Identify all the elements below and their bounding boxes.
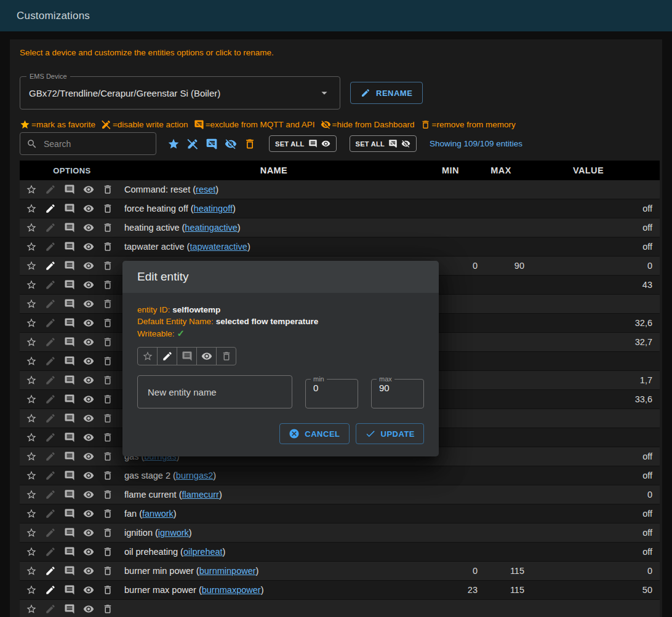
entity-id-link[interactable]: ignwork <box>158 528 189 538</box>
entity-id-link[interactable]: heatingoff <box>194 204 233 213</box>
trash-icon[interactable] <box>102 546 113 557</box>
edit-icon[interactable] <box>45 241 56 252</box>
trash-icon[interactable] <box>102 222 113 233</box>
star-icon[interactable] <box>26 470 37 481</box>
eye-icon[interactable] <box>83 222 94 233</box>
table-row[interactable]: burner max power (burnmaxpower)2311550 <box>20 581 660 600</box>
max-field[interactable]: max <box>371 375 424 408</box>
entity-id-link[interactable]: reset <box>196 185 215 194</box>
eye-icon[interactable] <box>83 184 94 195</box>
comment-icon[interactable] <box>64 451 75 462</box>
table-row[interactable]: ignition (ignwork)off <box>20 523 660 543</box>
comment-icon[interactable] <box>64 394 75 405</box>
eye-icon[interactable] <box>83 584 94 595</box>
edit-icon[interactable] <box>45 279 56 290</box>
edit-icon[interactable] <box>45 260 56 271</box>
device-select[interactable]: EMS Device GBx72/Trendline/Cerapur/Green… <box>20 76 340 109</box>
edit-icon[interactable] <box>45 336 56 348</box>
star-icon[interactable] <box>26 527 37 538</box>
eye-icon[interactable] <box>83 432 94 443</box>
comment-icon[interactable] <box>64 584 75 595</box>
comment-icon[interactable] <box>64 203 75 214</box>
edit-icon[interactable] <box>45 546 56 557</box>
star-icon[interactable] <box>26 546 37 557</box>
entity-id-link[interactable]: tapwateractive <box>190 242 247 252</box>
comment-icon[interactable] <box>64 489 75 500</box>
comment-icon[interactable] <box>64 317 75 328</box>
star-icon[interactable] <box>26 432 37 443</box>
comment-icon[interactable] <box>64 413 75 424</box>
min-field[interactable]: min <box>305 375 358 408</box>
trash-icon[interactable] <box>102 375 113 386</box>
comment-icon[interactable] <box>64 546 75 557</box>
trash-icon[interactable] <box>102 356 113 367</box>
edit-icon[interactable] <box>45 451 56 462</box>
star-icon[interactable] <box>26 241 37 252</box>
trash-icon[interactable] <box>102 394 113 405</box>
table-row[interactable]: heating active (heatingactive)off <box>20 218 660 237</box>
entity-id-link[interactable]: burnminpower <box>199 566 256 576</box>
eye-icon[interactable] <box>83 298 94 309</box>
edit-icon[interactable] <box>45 470 56 481</box>
edit-icon[interactable] <box>45 317 56 328</box>
entity-id-link[interactable]: flamecurr <box>182 490 218 500</box>
toggle-exclude-mqtt[interactable] <box>177 347 197 365</box>
comment-icon[interactable] <box>64 260 75 271</box>
eye-icon[interactable] <box>83 375 94 386</box>
edit-icon[interactable] <box>45 298 56 309</box>
update-button[interactable]: UPDATE <box>356 423 424 444</box>
table-row[interactable]: tapwater active (tapwateractive)off <box>20 237 660 257</box>
toggle-visibility[interactable] <box>196 347 217 365</box>
comment-icon[interactable] <box>64 527 75 538</box>
star-icon[interactable] <box>26 489 37 500</box>
table-row[interactable] <box>20 600 660 617</box>
set-all-hide-button[interactable]: SET ALL <box>350 135 417 152</box>
edit-icon[interactable] <box>45 356 56 367</box>
star-icon[interactable] <box>26 603 37 615</box>
edit-icon[interactable] <box>45 394 56 405</box>
comment-icon[interactable] <box>64 184 75 195</box>
trash-icon[interactable] <box>102 298 113 309</box>
edit-icon[interactable] <box>45 603 56 615</box>
comment-icon[interactable] <box>64 222 75 233</box>
edit-icon[interactable] <box>45 203 56 214</box>
eye-icon[interactable] <box>83 470 94 481</box>
set-all-show-button[interactable]: SET ALL <box>269 135 337 152</box>
comment-icon[interactable] <box>64 279 75 290</box>
filter-favorite-button[interactable] <box>167 138 180 150</box>
edit-icon[interactable] <box>45 413 56 424</box>
trash-icon[interactable] <box>102 603 113 615</box>
trash-icon[interactable] <box>102 279 113 290</box>
star-icon[interactable] <box>26 184 37 195</box>
search-input[interactable] <box>42 138 150 149</box>
trash-icon[interactable] <box>102 584 113 595</box>
edit-icon[interactable] <box>45 508 56 519</box>
star-icon[interactable] <box>26 413 37 424</box>
max-input[interactable] <box>379 383 416 393</box>
table-row[interactable]: Command: reset (reset) <box>20 180 660 199</box>
table-row[interactable]: force heating off (heatingoff)off <box>20 199 660 218</box>
toggle-remove-memory[interactable] <box>216 347 236 365</box>
star-icon[interactable] <box>26 317 37 328</box>
star-icon[interactable] <box>26 279 37 290</box>
star-icon[interactable] <box>26 508 37 519</box>
entity-id-link[interactable]: burnmaxpower <box>202 585 261 595</box>
edit-icon[interactable] <box>45 432 56 443</box>
trash-icon[interactable] <box>102 413 113 424</box>
eye-icon[interactable] <box>83 260 94 271</box>
comment-icon[interactable] <box>64 356 75 367</box>
comment-icon[interactable] <box>64 336 75 348</box>
new-entity-name-field[interactable] <box>137 375 292 408</box>
star-icon[interactable] <box>26 451 37 462</box>
edit-icon[interactable] <box>45 184 56 195</box>
trash-icon[interactable] <box>102 565 113 576</box>
table-row[interactable]: fan (fanwork)off <box>20 504 660 523</box>
eye-icon[interactable] <box>83 279 94 290</box>
comment-icon[interactable] <box>64 565 75 576</box>
trash-icon[interactable] <box>102 317 113 328</box>
eye-icon[interactable] <box>83 565 94 576</box>
eye-icon[interactable] <box>83 451 94 462</box>
trash-icon[interactable] <box>102 241 113 252</box>
eye-icon[interactable] <box>83 489 94 500</box>
filter-hide-dashboard-button[interactable] <box>225 138 237 150</box>
